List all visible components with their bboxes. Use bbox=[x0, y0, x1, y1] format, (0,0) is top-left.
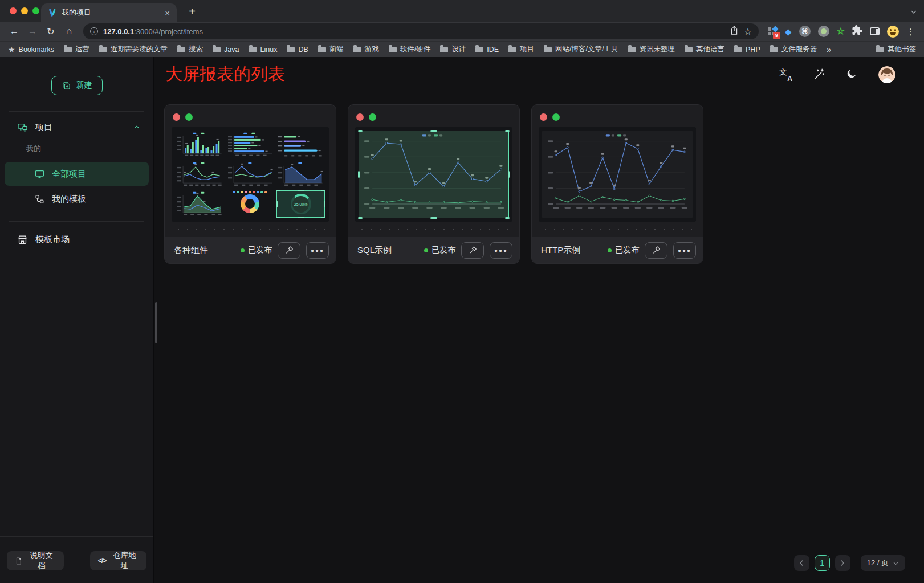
sidebar-item-all-projects[interactable]: 全部项目 bbox=[5, 162, 149, 186]
selection-overlay[interactable] bbox=[359, 131, 509, 218]
project-card[interactable]: SQL示例 已发布 ●●● bbox=[348, 104, 520, 264]
forward-icon[interactable]: → bbox=[24, 23, 41, 39]
bookmark-folder[interactable]: 文件服务器 bbox=[770, 44, 817, 54]
donut-ring bbox=[241, 194, 259, 213]
close-window-button[interactable] bbox=[10, 7, 17, 14]
star-icon: ★ bbox=[8, 46, 15, 54]
bookmark-folder-label: 软件/硬件 bbox=[400, 44, 430, 54]
new-project-button[interactable]: 新建 bbox=[51, 76, 103, 95]
star-extension-icon[interactable]: ☆ bbox=[837, 27, 845, 36]
extensions-area: 9 ◆ ⌘ ☆ ⋮ bbox=[764, 25, 918, 38]
status-label: 已发布 bbox=[248, 245, 272, 255]
url-text[interactable]: 127.0.0.1:3000/#/project/items bbox=[103, 27, 724, 36]
bookmark-folder[interactable]: PHP bbox=[734, 46, 760, 54]
home-icon[interactable]: ⌂ bbox=[60, 23, 78, 39]
bookmarks-root[interactable]: ★ Bookmarks bbox=[8, 46, 54, 54]
bookmark-folder-label: Java bbox=[224, 46, 239, 54]
hammer-icon bbox=[652, 246, 661, 255]
folder-icon bbox=[685, 47, 693, 52]
more-button[interactable]: ●●● bbox=[673, 242, 696, 259]
maximize-window-button[interactable] bbox=[32, 7, 39, 14]
status-badge: 已发布 bbox=[241, 245, 272, 255]
sidebar-item-my-templates[interactable]: 我的模板 bbox=[5, 187, 149, 211]
sidebar-group-projects[interactable]: 项目 bbox=[0, 112, 153, 142]
side-panel-icon[interactable] bbox=[870, 27, 880, 35]
page-size-select[interactable]: 12 / 页 bbox=[861, 555, 905, 571]
selection-overlay[interactable] bbox=[276, 190, 325, 218]
edit-button[interactable] bbox=[461, 242, 484, 259]
bookmarks-overflow-chevron[interactable]: » bbox=[827, 45, 831, 54]
gem-extension-icon[interactable]: ◆ bbox=[785, 27, 792, 36]
language-icon[interactable]: 文A bbox=[779, 68, 792, 81]
bookmark-folder[interactable]: Java bbox=[213, 46, 239, 54]
docs-button[interactable]: 说明文档 bbox=[7, 551, 64, 570]
extensions-puzzle-icon[interactable] bbox=[852, 25, 862, 38]
bookmarks-label: Bookmarks bbox=[19, 46, 55, 54]
scrollbar-thumb[interactable] bbox=[155, 302, 157, 343]
more-button[interactable]: ●●● bbox=[490, 242, 512, 259]
chevron-up-icon[interactable] bbox=[133, 123, 141, 131]
bookmark-folder[interactable]: 网站/博客/文章/工具 bbox=[544, 44, 618, 54]
bookmark-folder-label: 其他语言 bbox=[696, 44, 724, 54]
status-dot-icon bbox=[241, 248, 245, 252]
card-title: HTTP示例 bbox=[541, 245, 580, 256]
bookmark-folder[interactable]: 软件/硬件 bbox=[389, 44, 430, 54]
browser-tab[interactable]: 我的项目 × bbox=[41, 3, 177, 22]
window-controls[interactable] bbox=[0, 7, 39, 14]
bookmark-folder[interactable]: 搜索 bbox=[177, 44, 203, 54]
project-card[interactable]: HTTP示例 已发布 ●●● bbox=[531, 104, 703, 264]
bookmark-folder[interactable]: 设计 bbox=[440, 44, 466, 54]
browser-menu-icon[interactable]: ⋮ bbox=[906, 27, 915, 36]
bookmark-folder[interactable]: 项目 bbox=[508, 44, 534, 54]
new-tab-button[interactable]: + bbox=[185, 4, 200, 19]
url-host: 127.0.0.1 bbox=[103, 27, 134, 36]
back-icon[interactable]: ← bbox=[6, 23, 23, 39]
bookmark-folder[interactable]: Linux bbox=[249, 46, 278, 54]
edit-button[interactable] bbox=[645, 242, 667, 259]
current-page-button[interactable]: 1 bbox=[815, 555, 830, 571]
prev-page-button[interactable] bbox=[794, 555, 809, 571]
bookmark-folder[interactable]: 近期需要读的文章 bbox=[99, 44, 168, 54]
sidebar-item-label: 模板市场 bbox=[35, 234, 70, 245]
tab-search-chevron-icon[interactable] bbox=[910, 7, 917, 18]
user-avatar[interactable] bbox=[878, 66, 895, 83]
dotted-divider bbox=[173, 229, 328, 230]
tab-close-icon[interactable]: × bbox=[165, 9, 170, 17]
bookmark-folder[interactable]: 资讯未整理 bbox=[628, 44, 675, 54]
bookmark-folder[interactable]: 运营 bbox=[64, 44, 89, 54]
address-bar[interactable]: i 127.0.0.1:3000/#/project/items ☆ bbox=[83, 23, 759, 39]
reload-icon[interactable]: ↻ bbox=[42, 23, 59, 39]
dark-mode-moon-icon[interactable] bbox=[846, 68, 857, 81]
profile-avatar-icon[interactable] bbox=[887, 26, 899, 38]
tampermonkey-extension-icon[interactable]: 9 bbox=[768, 27, 778, 36]
bookmark-folder[interactable]: 前端 bbox=[318, 44, 344, 54]
bookmark-star-icon[interactable]: ☆ bbox=[744, 26, 752, 37]
project-card[interactable]: 25.00% 各种组件 已发布 bbox=[164, 104, 336, 264]
share-icon[interactable] bbox=[730, 26, 739, 38]
folder-icon bbox=[99, 47, 107, 52]
next-page-button[interactable] bbox=[835, 555, 850, 571]
bookmark-folder[interactable]: IDE bbox=[475, 46, 499, 54]
bookmark-folder[interactable]: DB bbox=[287, 46, 308, 54]
bookmark-folder[interactable]: 其他语言 bbox=[685, 44, 724, 54]
sidebar-divider bbox=[9, 221, 144, 222]
bookmark-folder[interactable]: 游戏 bbox=[353, 44, 379, 54]
sidebar-footer: 说明文档 </> 仓库地址 bbox=[0, 536, 153, 583]
site-info-icon[interactable]: i bbox=[90, 27, 98, 35]
folder-icon bbox=[389, 47, 397, 52]
card-footer: HTTP示例 已发布 ●●● bbox=[532, 237, 703, 263]
minimize-window-button[interactable] bbox=[21, 7, 28, 14]
dot-extension-icon[interactable] bbox=[818, 26, 829, 37]
other-bookmarks[interactable]: 其他书签 bbox=[876, 44, 916, 54]
more-button[interactable]: ●●● bbox=[306, 242, 329, 259]
edit-button[interactable] bbox=[278, 242, 300, 259]
main-content: 大屏报表的列表 文A bbox=[154, 57, 924, 583]
status-dot-icon bbox=[608, 248, 612, 252]
folder-icon bbox=[544, 47, 552, 52]
red-dot-icon bbox=[356, 113, 364, 121]
sidebar-item-template-market[interactable]: 模板市场 bbox=[0, 224, 153, 255]
repo-button[interactable]: </> 仓库地址 bbox=[90, 551, 146, 570]
magic-wand-icon[interactable] bbox=[813, 68, 825, 82]
command-extension-icon[interactable]: ⌘ bbox=[799, 26, 811, 37]
status-dot-icon bbox=[424, 248, 428, 252]
